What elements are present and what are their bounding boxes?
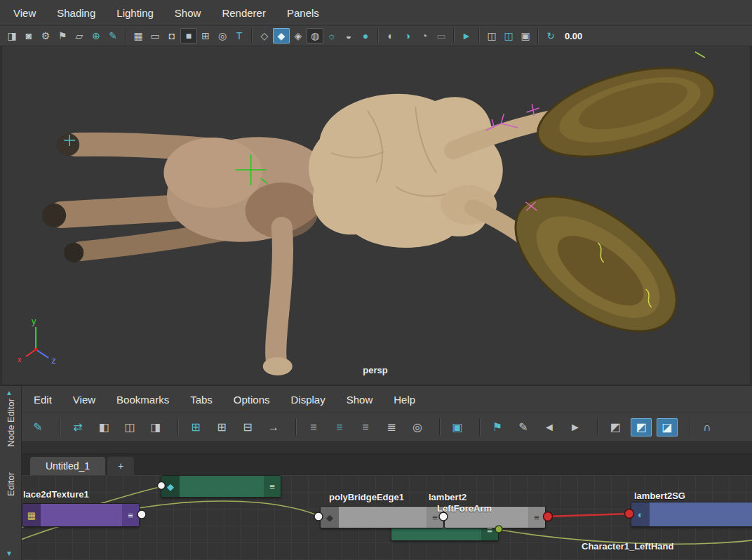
ne-menu-tabs[interactable]: Tabs (180, 394, 223, 406)
menu-view[interactable]: View (3, 7, 46, 19)
zoom-icon[interactable]: ◎ (407, 418, 428, 436)
camera-attributes-icon[interactable]: ⚙ (37, 28, 54, 44)
graph-selected-icon[interactable]: → (263, 418, 284, 436)
layout-custom-icon[interactable]: ≣ (381, 418, 402, 436)
maya-window: ViewShadingLightingShowRendererPanels ◨◙… (0, 0, 752, 560)
menu-show[interactable]: Show (164, 7, 212, 19)
image-plane-icon[interactable]: ▱ (71, 28, 88, 44)
node-lambert2sg[interactable]: ◐≡ (631, 502, 752, 527)
shaded-icon[interactable]: ◆ (273, 28, 290, 44)
pan-zoom-icon[interactable]: ⊕ (88, 28, 105, 44)
layout-all-icon[interactable]: ≡ (355, 418, 376, 436)
snapshot-icon[interactable]: ▣ (517, 28, 534, 44)
ne-menu-edit[interactable]: Edit (23, 394, 62, 406)
viewport-canvas[interactable]: y z x persp (2, 46, 750, 385)
safe-title-icon[interactable]: T (231, 28, 248, 44)
node-polybridgeedge1[interactable]: ◆≡ (320, 506, 444, 528)
occlusion-icon[interactable]: ● (357, 28, 374, 44)
textured-shaded-icon[interactable]: ◈ (290, 28, 307, 44)
panel-tab-editor[interactable]: Editor (6, 472, 16, 496)
toolbar-separator (125, 29, 126, 43)
input-output-connections-icon[interactable]: ◫ (119, 418, 140, 436)
menu-lighting[interactable]: Lighting (106, 7, 164, 19)
resolution-gate-icon[interactable]: ◘ (163, 28, 180, 44)
edit-bookmark-icon[interactable]: ✎ (513, 418, 534, 436)
isolate-select-icon[interactable]: ► (458, 28, 475, 44)
panel-vertical-tabs: Node EditorEditor (0, 386, 21, 496)
menu-renderer[interactable]: Renderer (211, 7, 276, 19)
ne-menu-view[interactable]: View (62, 394, 106, 406)
film-gate-icon[interactable]: ▭ (147, 28, 163, 44)
previous-bookmark-icon[interactable]: ◄ (539, 418, 560, 436)
add-bookmark-icon[interactable]: ⚑ (487, 418, 508, 436)
grid-icon[interactable]: ▦ (130, 28, 147, 44)
multisample-icon[interactable]: ◑ (399, 28, 416, 44)
node-place2dtexture1[interactable]: ▦≡ (22, 503, 140, 527)
exposure-value[interactable]: 0.00 (565, 31, 582, 41)
viewport-menubar: ViewShadingLightingShowRendererPanels (0, 0, 752, 25)
camera-lock-icon[interactable]: ◙ (20, 28, 37, 44)
add-upstream-icon[interactable]: ⊞ (211, 418, 232, 436)
ne-menu-display[interactable]: Display (281, 394, 336, 406)
node-graph[interactable]: ▦≡◆≡◆≡≡≡◐≡lace2dTexture1polyBridgeEdge1l… (22, 475, 752, 560)
field-chart-icon[interactable]: ⊞ (197, 28, 214, 44)
ne-menu-options[interactable]: Options (223, 394, 281, 406)
node-utilitynode[interactable]: ◆≡ (161, 475, 281, 498)
toolbar-separator (60, 419, 61, 436)
exposure-refresh-icon[interactable]: ↻ (542, 28, 559, 44)
ne-menu-help[interactable]: Help (383, 394, 426, 406)
axis-gizmo: y z x (18, 316, 56, 366)
panel-scroll-up-icon[interactable]: ▲ (6, 389, 13, 396)
use-all-lights-icon[interactable]: ☼ (323, 28, 340, 44)
toolbar-separator (439, 419, 441, 436)
camera-bookmark-icon[interactable]: ⚑ (54, 28, 71, 44)
textured-icon[interactable]: ◍ (307, 28, 323, 44)
menu-panels[interactable]: Panels (276, 7, 330, 19)
axis-z-label: z (51, 355, 56, 366)
node-editor-tabs: Untitled_1 (30, 457, 107, 475)
tab-untitled-1[interactable]: Untitled_1 (30, 457, 105, 475)
output-connections-icon[interactable]: ◨ (145, 418, 166, 436)
axis-x-label: x (18, 355, 22, 364)
remove-selected-icon[interactable]: ⊟ (237, 418, 258, 436)
node-editor-menubar: EditViewBookmarksTabsOptionsDisplayShowH… (22, 386, 752, 413)
ne-menu-show[interactable]: Show (336, 394, 384, 406)
layout-simple-icon[interactable]: ≡ (303, 418, 324, 436)
add-selected-to-graph-icon[interactable]: ⊞ (185, 418, 206, 436)
next-bookmark-icon[interactable]: ► (565, 418, 586, 436)
creature-model[interactable] (42, 51, 725, 375)
layout-connected-icon[interactable]: ≡ (329, 418, 350, 436)
menu-shading[interactable]: Shading (46, 7, 106, 19)
gate-mask-icon[interactable]: ■ (180, 28, 197, 44)
sync-selection-icon[interactable]: ⇄ (67, 418, 88, 436)
show-all-nodes-icon[interactable]: ◪ (657, 418, 678, 436)
xray-icon[interactable]: ◫ (483, 28, 500, 44)
panel-tab-node-editor[interactable]: Node Editor (6, 399, 16, 447)
motion-blur-icon[interactable]: ◐ (382, 28, 399, 44)
panel-scroll-down-icon[interactable]: ▼ (6, 549, 13, 557)
shadows-icon[interactable]: ◒ (340, 28, 357, 44)
ne-menu-bookmarks[interactable]: Bookmarks (106, 394, 180, 406)
new-tab-button[interactable]: + (107, 457, 134, 475)
axis-y-label: y (32, 316, 36, 326)
node-stripes-icon: ≡ (264, 476, 281, 497)
look-through-icon[interactable]: ▭ (433, 28, 450, 44)
toolbar-separator (251, 29, 253, 43)
node-body (339, 507, 427, 528)
create-node-icon[interactable]: ✎ (27, 418, 48, 436)
toolbar-separator (597, 419, 598, 436)
show-connected-nodes-icon[interactable]: ◩ (631, 418, 652, 436)
toolbar-separator (689, 419, 690, 436)
gamma-icon[interactable]: ◔ (416, 28, 433, 44)
input-connections-icon[interactable]: ◧ (93, 418, 114, 436)
grease-pencil-icon[interactable]: ✎ (105, 28, 121, 44)
clapperboard-icon[interactable]: ◨ (4, 28, 20, 44)
show-simple-nodes-icon[interactable]: ◩ (605, 418, 626, 436)
safe-action-icon[interactable]: ◎ (214, 28, 231, 44)
perspective-viewport[interactable]: y z x persp (0, 46, 752, 386)
toolbar-separator (177, 419, 179, 436)
pin-view-icon[interactable]: ▣ (447, 418, 468, 436)
lock-icon[interactable]: ∩ (697, 418, 718, 436)
wireframe-icon[interactable]: ◇ (256, 28, 273, 44)
xray-joints-icon[interactable]: ◫ (500, 28, 517, 44)
